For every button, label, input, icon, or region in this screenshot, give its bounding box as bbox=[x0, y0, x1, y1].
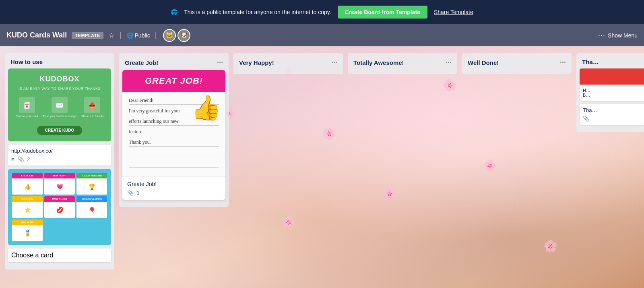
gj-body: Dear Friend! I'm very greateful for your… bbox=[122, 92, 225, 176]
column-menu-icon-ta[interactable]: ··· bbox=[446, 58, 452, 67]
thumb-well-done: WELL DONE! 🏅 bbox=[12, 220, 43, 241]
hamburger-icon: ≡ bbox=[11, 156, 14, 162]
partial-card-title: Tha… bbox=[583, 107, 642, 113]
visibility-badge: 🌐 Public bbox=[126, 32, 150, 39]
separator: | bbox=[120, 31, 122, 39]
column-header-well-done: Well Done! ··· bbox=[465, 57, 568, 70]
create-board-button[interactable]: Create Board from Template bbox=[338, 6, 427, 19]
avatar-group: 🐱 🐶 bbox=[163, 29, 190, 42]
gj-card-meta: 📎 1 bbox=[127, 190, 221, 196]
red-card-body: H…B… bbox=[580, 85, 644, 101]
column-menu-icon-wd[interactable]: ··· bbox=[560, 58, 566, 67]
avatar-2[interactable]: 🐶 bbox=[178, 29, 190, 42]
column-menu-icon-vh[interactable]: ··· bbox=[331, 58, 337, 67]
thumbs-up-icon: 👍 bbox=[191, 96, 221, 120]
dots-icon: ··· bbox=[598, 31, 605, 39]
column-well-done: Well Done! ··· bbox=[462, 53, 572, 74]
column-menu-icon[interactable]: ··· bbox=[217, 58, 223, 67]
link-card[interactable]: http://kudobox.co/ ≡ 📎 2 bbox=[8, 145, 111, 166]
choose-card-label: Choose a card bbox=[11, 252, 53, 259]
column-header-greate-job: Greate Job! ··· bbox=[122, 57, 225, 70]
globe-icon: 🌐 bbox=[171, 9, 178, 15]
kudobox-logo: KUDOBOX bbox=[39, 75, 79, 83]
column-greate-job: Greate Job! ··· GREAT JOB! Dear Friend! … bbox=[119, 53, 229, 207]
columns-wrapper: How to use KUDOBOX IS AN EASY WAY TO SHA… bbox=[0, 46, 644, 288]
step-2-icon: ✉️ bbox=[52, 97, 68, 113]
thumb-very-happy: VERY HAPPY! 💗 bbox=[44, 173, 75, 195]
share-template-link[interactable]: Share Template bbox=[434, 9, 473, 15]
thumb-congrats: CONGRATULATIONS 🎈 bbox=[76, 196, 107, 218]
step-3: 📤 Share it to friends bbox=[81, 97, 103, 118]
separator2: | bbox=[155, 31, 157, 39]
choose-a-card-card[interactable]: Choose a card bbox=[8, 249, 111, 262]
gj-card-title: Greate Job! bbox=[127, 181, 221, 187]
step-1-icon: 🃏 bbox=[19, 97, 35, 113]
attachment-icon-partial: 📎 bbox=[583, 116, 589, 122]
red-card-partial[interactable]: H…B… bbox=[580, 68, 644, 101]
gj-footer: Greate Job! 📎 1 bbox=[122, 176, 225, 200]
announcement-bar: 🌐 This is a public template for anyone o… bbox=[0, 0, 644, 24]
avatar-1[interactable]: 🐱 bbox=[163, 29, 176, 42]
step-2: ✉️ Type your thanks message bbox=[43, 97, 76, 118]
board-title: KUDO Cards Wall bbox=[6, 31, 67, 39]
gj-thanks: Thank you. bbox=[129, 139, 219, 147]
column-header-totally-awesome: Totally Awesome! ··· bbox=[351, 57, 454, 70]
thumb-great-job: GREAT JOB! 👍 bbox=[12, 173, 43, 195]
attachment-icon: 📎 bbox=[127, 190, 134, 196]
gj-blank2 bbox=[129, 160, 219, 168]
kudobox-card[interactable]: KUDOBOX IS AN EASY WAY TO SHARE YOUR THA… bbox=[8, 68, 111, 141]
thumb-many-thanks: MANY THANKS 💋 bbox=[44, 196, 75, 218]
column-partial: Tha… H…B… Tha… 📎 bbox=[576, 53, 644, 132]
column-header-partial: Tha… bbox=[580, 57, 644, 68]
kudobox-steps: 🃏 Choose your card ✉️ Type your thanks m… bbox=[16, 94, 103, 121]
column-very-happy: Very Happy! ··· bbox=[233, 53, 343, 74]
partial-text-card[interactable]: Tha… 📎 bbox=[580, 104, 644, 125]
great-job-kudo-card[interactable]: GREAT JOB! Dear Friend! I'm very greatef… bbox=[122, 70, 225, 200]
thumbnail-grid: GREAT JOB! 👍 VERY HAPPY! 💗 TOTALLY AWESO… bbox=[12, 173, 107, 241]
board-header: KUDO Cards Wall TEMPLATE ☆ | 🌐 Public | … bbox=[0, 24, 644, 46]
attachment-icon: 📎 bbox=[18, 156, 24, 162]
step-1: 🃏 Choose your card bbox=[16, 97, 38, 118]
announcement-text: This is a public template for anyone on … bbox=[184, 9, 331, 15]
column-how-to-use: How to use KUDOBOX IS AN EASY WAY TO SHA… bbox=[5, 53, 114, 269]
thumb-totally-awesome: TOTALLY AWESOME! 🏆 bbox=[76, 173, 107, 195]
kudobox-tagline: IS AN EASY WAY TO SHARE YOUR THANKS bbox=[19, 87, 101, 91]
red-card-header bbox=[580, 68, 644, 85]
gj-header: GREAT JOB! bbox=[122, 70, 225, 92]
link-url: http://kudobox.co/ bbox=[11, 148, 108, 154]
step-3-icon: 📤 bbox=[84, 97, 100, 113]
column-header-how-to-use: How to use bbox=[8, 57, 111, 68]
gj-blank1 bbox=[129, 150, 219, 157]
create-kudo-button[interactable]: CREATE KUDO bbox=[37, 126, 83, 135]
template-badge: TEMPLATE bbox=[72, 32, 103, 39]
globe-small-icon: 🌐 bbox=[126, 32, 133, 39]
gj-line3: feature. bbox=[129, 129, 219, 136]
card-meta: ≡ 📎 2 bbox=[11, 156, 108, 162]
partial-card-meta: 📎 bbox=[583, 116, 642, 122]
star-icon[interactable]: ☆ bbox=[108, 31, 115, 40]
show-menu-button[interactable]: ··· Show Menu bbox=[598, 31, 638, 39]
column-totally-awesome: Totally Awesome! ··· bbox=[348, 53, 457, 74]
thumbnail-grid-card[interactable]: GREAT JOB! 👍 VERY HAPPY! 💗 TOTALLY AWESO… bbox=[8, 169, 111, 245]
column-header-very-happy: Very Happy! ··· bbox=[237, 57, 340, 70]
thumb-thank-you: THANK YOU ⭐ bbox=[12, 196, 43, 218]
